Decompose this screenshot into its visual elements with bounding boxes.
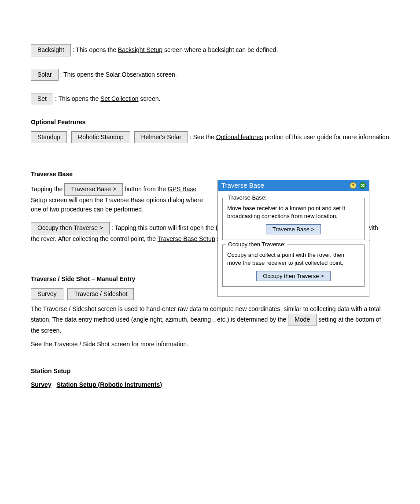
traverse-base-button[interactable]: Traverse Base > xyxy=(64,183,123,196)
solar-observation-link[interactable]: Solar Observation xyxy=(106,70,155,78)
traverse-sideshot-button[interactable]: Traverse / Sideshot xyxy=(67,288,134,300)
backsight-button[interactable]: Backsight xyxy=(31,44,71,56)
group-desc: Occupy and collect a point with the rove… xyxy=(227,251,360,267)
text: : This opens the xyxy=(73,46,118,53)
text: screen will open the Traverse Base optio… xyxy=(31,196,203,213)
text: portion of this user guide for more info… xyxy=(265,133,391,140)
text: screen where a backsight can be defined. xyxy=(164,46,278,53)
text: : See the xyxy=(190,133,216,140)
group-legend: Occupy then Traverse: xyxy=(226,241,287,248)
traverse-base-dialog: Traverse Base ? Traverse Base: Move base… xyxy=(217,180,369,297)
station-setup-heading: Station Setup xyxy=(31,367,394,376)
occupy-then-traverse-group: Occupy then Traverse: Occupy and collect… xyxy=(222,245,365,287)
traverse-base-setup-link[interactable]: Traverse Base Setup xyxy=(158,235,215,242)
text: See the xyxy=(31,341,54,348)
help-icon[interactable]: ? xyxy=(350,182,357,189)
solar-button[interactable]: Solar xyxy=(31,69,59,81)
svg-text:?: ? xyxy=(352,183,355,188)
survey-button[interactable]: Survey xyxy=(31,288,63,300)
text: : This opens the xyxy=(60,70,106,78)
occupy-then-traverse-action-button[interactable]: Occupy then Traverse > xyxy=(256,271,330,281)
group-legend: Traverse Base: xyxy=(226,194,269,201)
set-collection-link[interactable]: Set Collection xyxy=(100,95,138,102)
survey-nav: Survey xyxy=(31,381,52,388)
station-setup-nav: Station Setup (Robotic Instruments) xyxy=(56,381,162,388)
traverse-base-group: Traverse Base: Move base receiver to a k… xyxy=(222,198,365,240)
helmers-solar-button[interactable]: Helmer's Solar xyxy=(134,131,188,144)
standup-button[interactable]: Standup xyxy=(31,131,67,144)
text: screen. xyxy=(157,70,177,78)
mode-button[interactable]: Mode xyxy=(288,314,317,326)
text: : Tapping this button will first open th… xyxy=(111,224,216,231)
group-desc: Move base receiver to a known point and … xyxy=(227,204,360,220)
text: : This opens the xyxy=(55,95,100,102)
dialog-titlebar: Traverse Base ? xyxy=(218,180,369,191)
traverse-base-heading: Traverse Base xyxy=(31,170,394,179)
robotic-standup-button[interactable]: Robotic Standup xyxy=(71,131,130,144)
text: button from the xyxy=(125,185,168,193)
optional-features-link[interactable]: Optional features xyxy=(216,133,263,140)
set-button[interactable]: Set xyxy=(31,93,53,105)
traverse-base-action-button[interactable]: Traverse Base > xyxy=(266,224,321,234)
text: Tapping the xyxy=(31,185,64,193)
occupy-then-traverse-button[interactable]: Occupy then Traverse > xyxy=(31,222,110,234)
close-icon[interactable] xyxy=(359,182,366,189)
dialog-title: Traverse Base xyxy=(221,182,264,189)
text: screen for more information. xyxy=(111,341,188,348)
backsight-setup-link[interactable]: Backsight Setup xyxy=(118,46,162,53)
optional-features-heading: Optional Featrures xyxy=(31,118,394,127)
text: screen. xyxy=(140,95,160,102)
traverse-sideshot-link[interactable]: Traverse / Side Shot xyxy=(54,341,110,348)
